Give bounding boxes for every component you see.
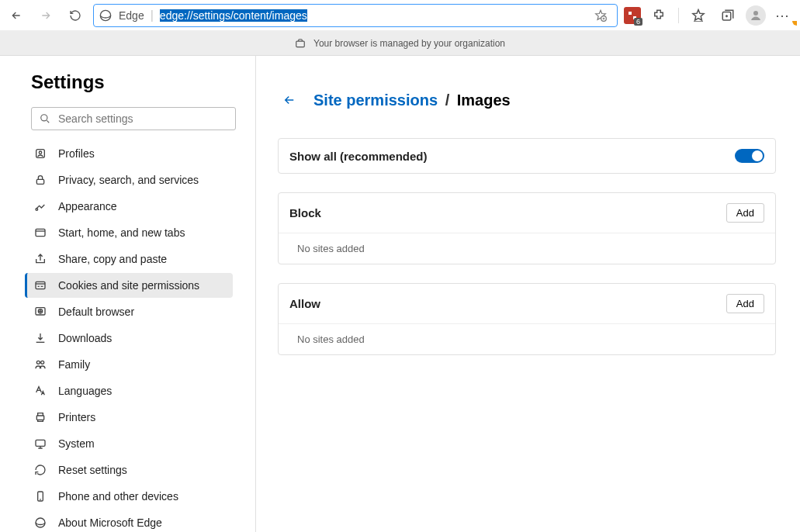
sidebar-item-label: Privacy, search, and services	[58, 174, 199, 186]
main-content: Site permissions / Images Show all (reco…	[256, 56, 800, 532]
allow-label: Allow	[289, 297, 320, 310]
sidebar-item-label: Printers	[58, 411, 95, 423]
sidebar-item-printers[interactable]: Printers	[25, 405, 233, 430]
sidebar-item-default-browser[interactable]: Default browser	[25, 299, 233, 324]
extensions-icon[interactable]	[647, 4, 670, 27]
sidebar-item-family[interactable]: Family	[25, 352, 233, 377]
managed-notice: Your browser is managed by your organiza…	[0, 31, 800, 56]
breadcrumb-back-button[interactable]	[278, 88, 301, 112]
breadcrumb: Site permissions / Images	[278, 88, 776, 112]
sidebar-item-label: Downloads	[58, 332, 112, 344]
profile-avatar[interactable]	[746, 5, 766, 26]
sidebar-item-share-copy-and-paste[interactable]: Share, copy and paste	[25, 247, 233, 271]
allow-card: Allow Add No sites added	[278, 283, 776, 355]
svg-point-5	[753, 11, 758, 16]
svg-point-11	[36, 209, 38, 211]
engine-label: Edge	[119, 9, 144, 22]
nav-list: ProfilesPrivacy, search, and servicesApp…	[31, 141, 246, 532]
svg-rect-18	[36, 416, 43, 420]
url-text: edge://settings/content/images	[160, 9, 307, 22]
sidebar-item-languages[interactable]: Languages	[25, 378, 233, 403]
profile-icon	[33, 147, 47, 161]
favorite-add-icon[interactable]	[589, 4, 612, 27]
sidebar-item-label: Start, home, and new tabs	[58, 226, 185, 239]
separator: |	[151, 9, 154, 22]
sidebar-item-label: Cookies and site permissions	[58, 279, 199, 292]
sidebar-item-label: Share, copy and paste	[58, 253, 167, 265]
sidebar-item-about-microsoft-edge[interactable]: About Microsoft Edge	[25, 510, 233, 532]
svg-point-9	[39, 151, 41, 154]
search-input-wrapper[interactable]	[31, 107, 236, 130]
browser-toolbar: Edge | edge://settings/content/images 6 …	[0, 0, 800, 31]
family-icon	[33, 358, 47, 371]
reset-icon	[33, 463, 47, 477]
settings-sidebar: Settings ProfilesPrivacy, search, and se…	[0, 56, 256, 532]
collections-icon[interactable]	[716, 4, 739, 27]
sidebar-item-appearance[interactable]: Appearance	[25, 194, 233, 219]
briefcase-icon	[295, 38, 306, 49]
lock-icon	[33, 173, 47, 187]
phone-icon	[33, 489, 47, 503]
sidebar-item-label: Appearance	[58, 200, 117, 212]
sidebar-item-label: About Microsoft Edge	[58, 516, 162, 529]
download-icon	[33, 331, 47, 345]
sidebar-item-system[interactable]: System	[25, 431, 233, 456]
sidebar-item-label: Family	[58, 358, 90, 371]
breadcrumb-link[interactable]: Site permissions	[313, 92, 438, 109]
browser-icon	[33, 305, 47, 319]
svg-point-17	[41, 361, 44, 364]
search-icon	[40, 113, 50, 124]
sidebar-item-label: Languages	[58, 385, 112, 397]
sidebar-item-cookies-and-site-permissions[interactable]: Cookies and site permissions	[25, 273, 233, 298]
svg-rect-13	[36, 282, 45, 288]
svg-rect-19	[36, 440, 45, 446]
svg-point-16	[36, 361, 40, 364]
allow-add-button[interactable]: Add	[726, 294, 764, 313]
block-card: Block Add No sites added	[278, 192, 776, 264]
block-add-button[interactable]: Add	[726, 203, 764, 223]
edge-icon	[33, 516, 47, 530]
system-icon	[33, 437, 47, 451]
toolbar-divider	[678, 8, 679, 23]
svg-point-0	[100, 10, 110, 20]
block-empty-text: No sites added	[279, 233, 775, 264]
svg-point-7	[41, 115, 47, 121]
more-menu-icon[interactable]: ⋯	[772, 4, 795, 27]
svg-rect-6	[296, 41, 305, 47]
svg-rect-10	[36, 179, 43, 184]
svg-point-21	[36, 518, 45, 527]
printer-icon	[33, 410, 47, 424]
forward-button[interactable]	[34, 4, 57, 27]
appearance-icon	[33, 199, 47, 213]
breadcrumb-current: Images	[457, 92, 511, 109]
sidebar-item-label: System	[58, 437, 95, 450]
window-icon	[33, 226, 47, 240]
sidebar-item-reset-settings[interactable]: Reset settings	[25, 458, 233, 482]
share-icon	[33, 252, 47, 266]
extension-badge[interactable]: 6	[624, 7, 641, 24]
extension-count: 6	[634, 18, 642, 26]
sidebar-item-label: Profiles	[58, 147, 95, 160]
address-bar[interactable]: Edge | edge://settings/content/images	[93, 4, 618, 27]
cookies-icon	[33, 278, 47, 292]
allow-empty-text: No sites added	[279, 323, 775, 354]
favorites-icon[interactable]	[687, 4, 710, 27]
back-button[interactable]	[5, 4, 28, 27]
svg-rect-2	[629, 12, 632, 15]
sidebar-item-label: Reset settings	[58, 464, 127, 476]
breadcrumb-divider: /	[445, 92, 454, 109]
sidebar-item-privacy-search-and-services[interactable]: Privacy, search, and services	[25, 168, 233, 192]
sidebar-item-start-home-and-new-tabs[interactable]: Start, home, and new tabs	[25, 220, 233, 245]
managed-text: Your browser is managed by your organiza…	[313, 38, 505, 49]
show-all-toggle[interactable]	[735, 149, 764, 163]
sidebar-item-phone-and-other-devices[interactable]: Phone and other devices	[25, 484, 233, 509]
sidebar-item-profiles[interactable]: Profiles	[25, 141, 233, 166]
settings-title: Settings	[31, 71, 246, 93]
edge-icon	[99, 9, 113, 22]
sidebar-item-downloads[interactable]: Downloads	[25, 326, 233, 351]
show-all-label: Show all (recommended)	[289, 150, 428, 163]
reload-button[interactable]	[64, 4, 87, 27]
sidebar-item-label: Default browser	[58, 306, 134, 318]
block-label: Block	[289, 206, 321, 219]
search-input[interactable]	[58, 112, 227, 125]
